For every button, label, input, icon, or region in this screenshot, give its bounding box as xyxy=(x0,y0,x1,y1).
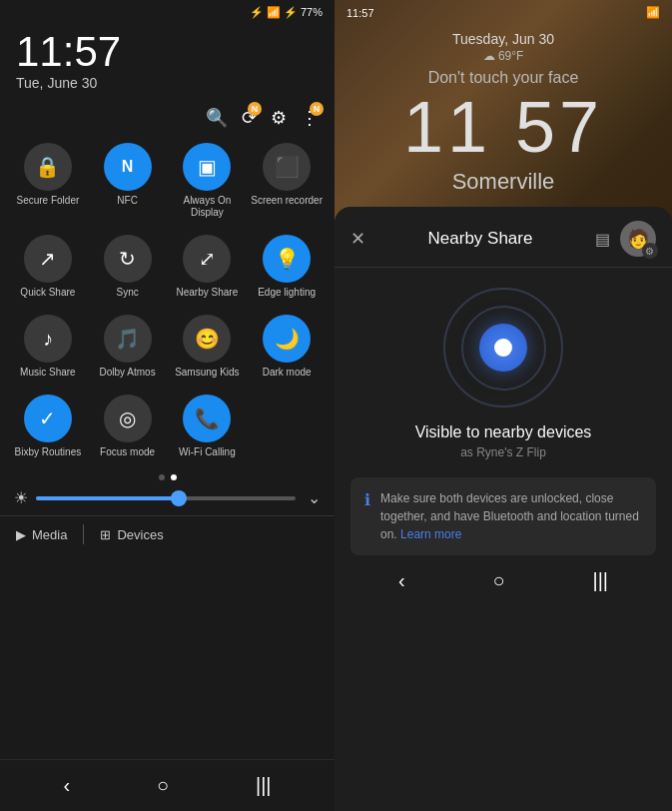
left-panel: ⚡ 📶 ⚡ 77% 11:57 Tue, June 30 🔍 ⟳ N ⚙ ⋮ N… xyxy=(0,0,335,811)
bixby-routines-label: Bixby Routines xyxy=(15,446,82,458)
dot-2 xyxy=(171,474,177,480)
nearby-sub-text: as Ryne's Z Flip xyxy=(460,445,546,459)
bluetooth-icon: ⚡ xyxy=(250,6,264,19)
settings-icon[interactable]: ⚙ xyxy=(271,107,287,129)
clock-time: 11:57 xyxy=(16,31,319,73)
quick-share-icon: ↗ xyxy=(24,235,72,283)
qs-focus-mode[interactable]: ◎ Focus mode xyxy=(90,389,166,464)
battery-text: ⚡ 77% xyxy=(284,6,323,19)
nearby-status-text: Visible to nearby devices xyxy=(415,423,592,441)
aod-clock: 11 57 xyxy=(354,91,652,163)
signal-icon: 📶 xyxy=(267,6,281,19)
nearby-share-info-icon[interactable]: ▤ xyxy=(595,230,610,249)
qs-nfc[interactable]: N NFC xyxy=(90,137,166,225)
right-status-icons: 📶 xyxy=(646,6,660,19)
qs-sync[interactable]: ↻ Sync xyxy=(90,229,166,305)
clock-date: Tue, June 30 xyxy=(16,75,319,91)
sync-icon: ↻ xyxy=(104,235,152,283)
nearby-share-header: ✕ Nearby Share ▤ 🧑 ⚙ xyxy=(335,207,672,268)
right-signal-icon: 📶 xyxy=(646,6,660,19)
brightness-row: ☀ ⌄ xyxy=(0,484,335,511)
nearby-title-icons: ▤ 🧑 ⚙ xyxy=(595,221,656,257)
learn-more-link[interactable]: Learn more xyxy=(400,527,461,541)
dolby-atmos-icon: 🎵 xyxy=(104,315,152,363)
radar-ring-inner xyxy=(461,306,546,391)
info-icon: ℹ xyxy=(364,490,370,509)
bixby-routines-icon: ✓ xyxy=(24,395,72,442)
media-devices-row: ▶ Media ⊞ Devices xyxy=(0,515,335,552)
nearby-close-button[interactable]: ✕ xyxy=(350,228,365,250)
dolby-atmos-label: Dolby Atmos xyxy=(100,367,156,379)
nearby-share-label: Nearby Share xyxy=(177,287,239,299)
clock-area: 11:57 Tue, June 30 xyxy=(0,23,335,103)
status-icons: ⚡ 📶 ⚡ 77% xyxy=(250,6,323,19)
qs-music-share[interactable]: ♪ Music Share xyxy=(10,309,86,385)
focus-mode-label: Focus mode xyxy=(100,446,155,458)
edge-lighting-label: Edge lighting xyxy=(258,287,316,299)
qs-wifi-calling[interactable]: 📞 Wi-Fi Calling xyxy=(170,389,246,464)
aod-location: Somerville xyxy=(354,169,652,195)
media-button[interactable]: ▶ Media xyxy=(16,527,67,542)
samsung-kids-label: Samsung Kids xyxy=(175,367,239,379)
qs-nearby-share[interactable]: ⤢ Nearby Share xyxy=(170,229,246,305)
recents-button[interactable]: ||| xyxy=(240,770,288,801)
devices-icon: ⊞ xyxy=(100,527,111,542)
focus-mode-icon: ◎ xyxy=(104,395,152,442)
qs-secure-folder[interactable]: 🔒 Secure Folder xyxy=(10,137,86,225)
nfc-label: NFC xyxy=(117,195,138,207)
right-recents-button[interactable]: ||| xyxy=(576,565,624,596)
aod-weather: ☁ 69°F xyxy=(354,49,652,63)
qs-header: 🔍 ⟳ N ⚙ ⋮ N xyxy=(0,103,335,133)
sync-label: Sync xyxy=(117,287,139,299)
avatar-container[interactable]: 🧑 ⚙ xyxy=(620,221,656,257)
overflow-icon[interactable]: ⋮ N xyxy=(301,107,319,129)
edge-lighting-icon: 💡 xyxy=(263,235,311,283)
qs-grid: 🔒 Secure Folder N NFC ▣ Always On Displa… xyxy=(0,133,335,468)
secure-folder-label: Secure Folder xyxy=(16,195,79,207)
reminder-icon[interactable]: ⟳ N xyxy=(242,107,257,129)
music-share-icon: ♪ xyxy=(24,315,72,363)
qs-always-on-display[interactable]: ▣ Always On Display xyxy=(170,137,246,225)
media-label: Media xyxy=(32,527,67,542)
aod-content: Tuesday, Jun 30 ☁ 69°F Don't touch your … xyxy=(335,23,672,207)
dark-mode-icon: 🌙 xyxy=(263,315,311,363)
media-play-icon: ▶ xyxy=(16,527,26,542)
aod-message: Don't touch your face xyxy=(354,69,652,87)
right-panel: 11:57 📶 Tuesday, Jun 30 ☁ 69°F Don't tou… xyxy=(335,0,672,811)
right-clock-time: 11:57 xyxy=(346,7,374,19)
wifi-calling-icon: 📞 xyxy=(183,395,231,442)
search-icon[interactable]: 🔍 xyxy=(206,107,228,129)
nearby-visual: Visible to nearby devices as Ryne's Z Fl… xyxy=(335,268,672,469)
back-button[interactable]: ‹ xyxy=(47,770,86,801)
brightness-icon: ☀ xyxy=(14,488,28,507)
devices-button[interactable]: ⊞ Devices xyxy=(100,527,163,542)
right-back-button[interactable]: ‹ xyxy=(382,565,421,596)
qs-dark-mode[interactable]: 🌙 Dark mode xyxy=(249,309,325,385)
nearby-share-panel: ✕ Nearby Share ▤ 🧑 ⚙ Visible to nearby d… xyxy=(335,207,672,811)
nearby-info-box: ℹ Make sure both devices are unlocked, c… xyxy=(350,477,656,555)
home-button[interactable]: ○ xyxy=(141,770,185,801)
brightness-fill xyxy=(36,496,179,500)
samsung-kids-icon: 😊 xyxy=(183,315,231,363)
dark-mode-label: Dark mode xyxy=(263,367,312,379)
music-share-label: Music Share xyxy=(20,367,76,379)
nearby-info-text: Make sure both devices are unlocked, clo… xyxy=(380,489,642,543)
right-home-button[interactable]: ○ xyxy=(476,565,520,596)
brightness-slider[interactable] xyxy=(36,496,296,500)
always-on-display-icon: ▣ xyxy=(183,143,231,191)
screen-recorder-icon: ⬛ xyxy=(263,143,311,191)
qs-quick-share[interactable]: ↗ Quick Share xyxy=(10,229,86,305)
qs-bixby-routines[interactable]: ✓ Bixby Routines xyxy=(10,389,86,464)
screen-recorder-label: Screen recorder xyxy=(251,195,323,207)
avatar-gear-icon: ⚙ xyxy=(642,243,658,259)
aod-date: Tuesday, Jun 30 xyxy=(354,31,652,47)
nearby-share-title: Nearby Share xyxy=(428,229,533,249)
qs-screen-recorder[interactable]: ⬛ Screen recorder xyxy=(249,137,325,225)
nav-bar-left: ‹ ○ ||| xyxy=(0,759,335,811)
chevron-down-icon[interactable]: ⌄ xyxy=(308,488,321,507)
nearby-share-icon: ⤢ xyxy=(183,235,231,283)
qs-dolby-atmos[interactable]: 🎵 Dolby Atmos xyxy=(90,309,166,385)
qs-edge-lighting[interactable]: 💡 Edge lighting xyxy=(249,229,325,305)
page-dots xyxy=(0,474,335,480)
qs-samsung-kids[interactable]: 😊 Samsung Kids xyxy=(170,309,246,385)
